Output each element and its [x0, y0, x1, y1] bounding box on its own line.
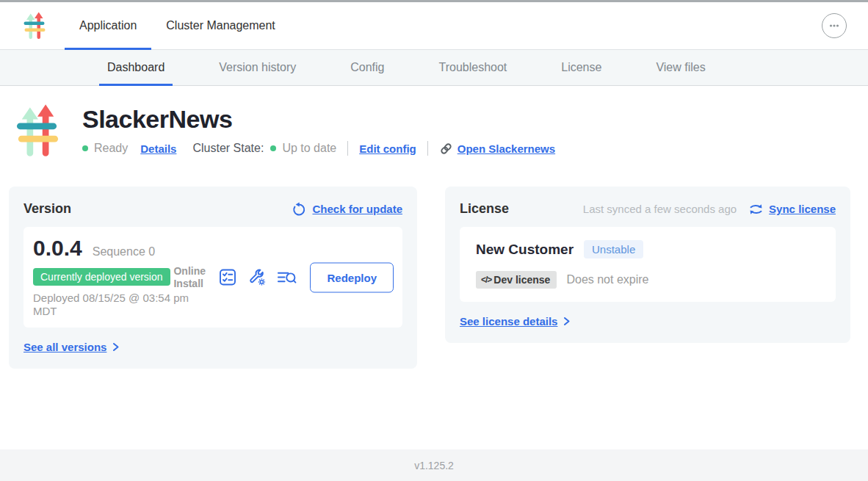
license-expiry-text: Does not expire: [566, 273, 648, 286]
tab-label: Config: [350, 61, 384, 74]
version-number: 0.0.4: [33, 236, 82, 261]
sync-icon: [748, 203, 764, 216]
app-status-row: Ready Details Cluster State: Up to date …: [82, 141, 555, 156]
app-subnav: Dashboard Version history Config Trouble…: [0, 50, 868, 86]
license-type-label: Dev license: [493, 274, 550, 286]
console-version: v1.125.2: [414, 460, 454, 471]
tab-troubleshoot[interactable]: Troubleshoot: [430, 50, 515, 85]
see-license-details-link[interactable]: See license details: [460, 315, 571, 328]
console-footer: v1.125.2: [0, 449, 868, 481]
redeploy-button[interactable]: Redeploy: [310, 262, 394, 292]
tab-label: Troubleshoot: [438, 61, 507, 74]
refresh-icon: [292, 202, 306, 217]
edit-config-icon[interactable]: [247, 267, 267, 287]
cluster-state-label: Cluster State:: [192, 142, 264, 155]
overflow-menu-button[interactable]: [822, 13, 847, 38]
code-icon: </>: [481, 275, 491, 285]
divider: [347, 141, 348, 156]
tab-dashboard[interactable]: Dashboard: [99, 50, 173, 85]
license-card-title: License: [460, 201, 509, 217]
open-app-link[interactable]: Open Slackernews: [439, 142, 555, 156]
last-synced-text: Last synced a few seconds ago: [583, 203, 737, 215]
tab-label: License: [561, 61, 601, 74]
ellipsis-icon: [828, 19, 841, 32]
chevron-right-icon: [563, 317, 571, 326]
app-header: Application Cluster Management: [0, 2, 868, 50]
view-diff-icon[interactable]: [277, 267, 297, 287]
tab-version-history[interactable]: Version history: [211, 50, 304, 85]
open-app-link-label: Open Slackernews: [457, 142, 555, 155]
cluster-state-dot: [270, 145, 276, 151]
header-tabs: Application Cluster Management: [65, 2, 290, 49]
tab-label: View files: [656, 61, 705, 74]
edit-config-link[interactable]: Edit config: [359, 142, 416, 155]
sync-license-link[interactable]: Sync license: [748, 203, 836, 216]
dashboard-cards: Version Check for update 0.0.4 Sequence …: [9, 187, 859, 369]
license-panel: New Customer Unstable </> Dev license Do…: [460, 227, 836, 302]
chevron-right-icon: [112, 342, 120, 352]
deployed-timestamp: Deployed 08/15/25 @ 03:54 pm MDT: [33, 292, 209, 317]
tab-label: Version history: [219, 61, 296, 74]
header-tab-application[interactable]: Application: [65, 2, 151, 49]
page-title: SlackerNews: [82, 105, 555, 134]
header-tab-cluster-management[interactable]: Cluster Management: [151, 2, 290, 49]
tab-config[interactable]: Config: [342, 50, 392, 85]
header-tab-label: Application: [79, 19, 137, 32]
see-all-versions-link[interactable]: See all versions: [23, 341, 120, 353]
customer-name: New Customer: [476, 242, 574, 258]
check-for-update-link[interactable]: Check for update: [292, 202, 402, 217]
version-actions: Online Install: [173, 262, 394, 292]
app-heading: SlackerNews Ready Details Cluster State:…: [16, 103, 868, 162]
license-type-badge: </> Dev license: [476, 271, 557, 289]
license-card: License Last synced a few seconds ago Sy…: [445, 187, 850, 343]
slackernews-logo-icon: [23, 12, 46, 41]
sequence-label: Sequence 0: [93, 245, 155, 258]
preflight-checks-icon[interactable]: [218, 267, 238, 287]
channel-badge: Unstable: [584, 240, 643, 258]
link-icon: [439, 142, 453, 156]
header-tab-label: Cluster Management: [166, 19, 275, 32]
see-license-details-label: See license details: [460, 315, 557, 328]
install-type-label: Online Install: [173, 264, 209, 290]
deployed-status-badge: Currently deployed version: [33, 268, 170, 286]
app-ready-status-dot: [82, 145, 88, 151]
status-details-link[interactable]: Details: [140, 142, 176, 155]
tab-label: Dashboard: [107, 61, 164, 74]
see-all-versions-label: See all versions: [23, 341, 106, 353]
current-version-panel: 0.0.4 Sequence 0 Currently deployed vers…: [23, 227, 402, 328]
tab-view-files[interactable]: View files: [648, 50, 713, 85]
version-card-title: Version: [23, 201, 71, 217]
app-status-text: Ready: [94, 142, 128, 155]
check-for-update-label: Check for update: [312, 203, 402, 215]
cluster-state-text: Up to date: [282, 142, 336, 155]
version-card: Version Check for update 0.0.4 Sequence …: [9, 187, 417, 369]
tab-license[interactable]: License: [553, 50, 610, 85]
sync-license-label: Sync license: [769, 203, 836, 215]
slackernews-logo-large-icon: [16, 103, 59, 162]
divider: [427, 141, 428, 156]
